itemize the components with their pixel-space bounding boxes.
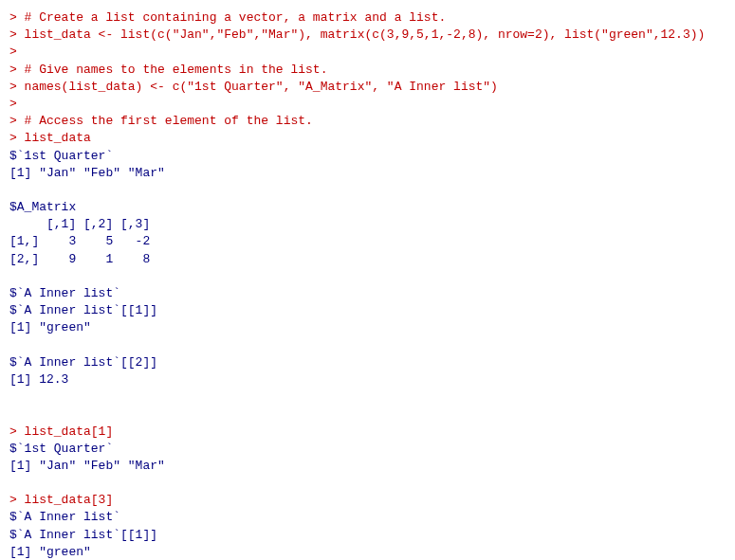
console-output-line bbox=[9, 406, 726, 423]
console-output-line: [1] "green" bbox=[9, 319, 726, 336]
console-output-line: [1] "green" bbox=[9, 544, 726, 560]
console-output-line: $`A Inner list` bbox=[9, 285, 726, 302]
console-output-line: $`A Inner list`[[2]] bbox=[9, 354, 726, 371]
console-output-line bbox=[9, 182, 726, 199]
console-input-line: > names(list_data) <- c("1st Quarter", "… bbox=[9, 79, 726, 96]
console-output-line: $`A Inner list`[[1]] bbox=[9, 302, 726, 319]
console-input-line: > list_data[1] bbox=[9, 424, 726, 441]
console-input-line: > bbox=[9, 96, 726, 113]
console-input-line: > list_data[3] bbox=[9, 492, 726, 509]
console-output-line bbox=[9, 337, 726, 354]
console-input-line: > bbox=[9, 44, 726, 61]
console-input-line: > list_data <- list(c("Jan","Feb","Mar")… bbox=[9, 27, 726, 44]
console-output-line bbox=[9, 388, 726, 406]
console-output-line: $`A Inner list`[[1]] bbox=[9, 527, 726, 544]
console-input-line: > # Access the first element of the list… bbox=[9, 113, 726, 130]
console-output-line: [1,] 3 5 -2 bbox=[9, 233, 726, 250]
console-output-line bbox=[9, 268, 726, 285]
console-input-line: > list_data bbox=[9, 130, 726, 147]
r-console: > # Create a list containing a vector, a… bbox=[9, 9, 726, 560]
console-output-line: $`A Inner list` bbox=[9, 509, 726, 526]
console-input-line: > # Create a list containing a vector, a… bbox=[9, 9, 726, 27]
console-output-line: [1] 12.3 bbox=[9, 371, 726, 388]
console-output-line: [,1] [,2] [,3] bbox=[9, 216, 726, 233]
console-output-line: $`1st Quarter` bbox=[9, 148, 726, 165]
console-output-line bbox=[9, 475, 726, 492]
console-input-line: > # Give names to the elements in the li… bbox=[9, 62, 726, 79]
console-output-line: [1] "Jan" "Feb" "Mar" bbox=[9, 165, 726, 182]
console-output-line: $A_Matrix bbox=[9, 199, 726, 216]
console-output-line: [1] "Jan" "Feb" "Mar" bbox=[9, 458, 726, 475]
console-output-line: [2,] 9 1 8 bbox=[9, 251, 726, 268]
console-output-line: $`1st Quarter` bbox=[9, 441, 726, 458]
